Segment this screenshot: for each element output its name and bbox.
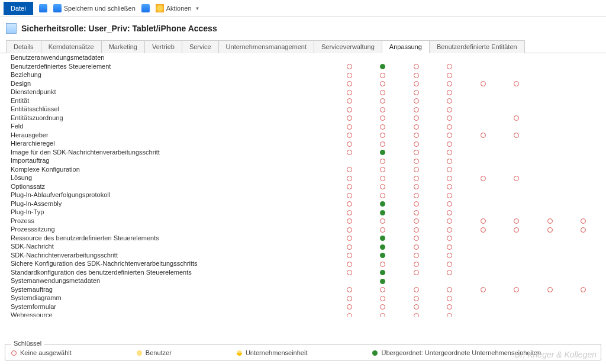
privilege-cell[interactable] xyxy=(366,199,399,208)
privilege-cell[interactable] xyxy=(566,294,600,302)
privilege-cell[interactable] xyxy=(366,148,399,157)
privilege-cell[interactable] xyxy=(399,217,433,226)
privilege-cell[interactable] xyxy=(566,225,600,234)
privilege-cell[interactable] xyxy=(499,148,533,157)
tab-custom[interactable]: Anpassung xyxy=(382,40,430,53)
privilege-cell[interactable] xyxy=(533,96,566,105)
privilege-cell[interactable] xyxy=(366,62,399,71)
privilege-cell[interactable] xyxy=(433,173,466,182)
privilege-cell[interactable] xyxy=(466,285,499,294)
privilege-cell[interactable] xyxy=(333,122,366,131)
privilege-cell[interactable] xyxy=(533,234,566,243)
privilege-cell[interactable] xyxy=(499,131,533,140)
privilege-cell[interactable] xyxy=(433,208,466,217)
privilege-cell[interactable] xyxy=(399,148,433,157)
privilege-cell[interactable] xyxy=(499,70,533,79)
privilege-cell[interactable] xyxy=(399,191,433,199)
privilege-cell[interactable] xyxy=(399,311,433,317)
privilege-cell[interactable] xyxy=(566,122,600,131)
privilege-cell[interactable] xyxy=(433,131,466,140)
privilege-cell[interactable] xyxy=(499,225,533,234)
privilege-cell[interactable] xyxy=(399,165,433,174)
privilege-cell[interactable] xyxy=(399,122,433,131)
privilege-cell[interactable] xyxy=(333,182,366,191)
privilege-cell[interactable] xyxy=(433,70,466,79)
tab-marketing[interactable]: Marketing xyxy=(101,40,145,53)
privilege-cell[interactable] xyxy=(333,285,366,294)
actions-dropdown[interactable]: Aktionen ▼ xyxy=(156,4,200,12)
privilege-cell[interactable] xyxy=(466,173,499,182)
privilege-cell[interactable] xyxy=(333,88,366,96)
privilege-cell[interactable] xyxy=(366,165,399,174)
privilege-cell[interactable] xyxy=(533,114,566,123)
privilege-cell[interactable] xyxy=(366,217,399,226)
privilege-cell[interactable] xyxy=(466,276,499,285)
privilege-cell[interactable] xyxy=(566,139,600,148)
privilege-cell[interactable] xyxy=(566,259,600,268)
privilege-cell[interactable] xyxy=(566,302,600,311)
privilege-cell[interactable] xyxy=(433,139,466,148)
privilege-cell[interactable] xyxy=(499,165,533,174)
privilege-cell[interactable] xyxy=(333,96,366,105)
privilege-cell[interactable] xyxy=(499,294,533,302)
privilege-cell[interactable] xyxy=(466,88,499,96)
privilege-cell[interactable] xyxy=(499,105,533,114)
privilege-cell[interactable] xyxy=(433,199,466,208)
privilege-cell[interactable] xyxy=(499,79,533,88)
privilege-cell[interactable] xyxy=(466,131,499,140)
privilege-cell[interactable] xyxy=(566,173,600,182)
privilege-cell[interactable] xyxy=(399,88,433,96)
privilege-cell[interactable] xyxy=(333,105,366,114)
privilege-cell[interactable] xyxy=(466,70,499,79)
privilege-cell[interactable] xyxy=(433,311,466,317)
privilege-cell[interactable] xyxy=(566,70,600,79)
privilege-cell[interactable] xyxy=(466,199,499,208)
privilege-cell[interactable] xyxy=(533,225,566,234)
privilege-cell[interactable] xyxy=(533,156,566,165)
privilege-cell[interactable] xyxy=(366,234,399,243)
tab-entities[interactable]: Benutzerdefinierte Entitäten xyxy=(429,40,525,53)
privilege-cell[interactable] xyxy=(366,156,399,165)
privilege-cell[interactable] xyxy=(366,79,399,88)
privilege-cell[interactable] xyxy=(433,114,466,123)
privilege-cell[interactable] xyxy=(466,79,499,88)
privilege-cell[interactable] xyxy=(533,105,566,114)
privilege-cell[interactable] xyxy=(333,311,366,317)
privilege-cell[interactable] xyxy=(466,182,499,191)
privilege-cell[interactable] xyxy=(566,242,600,251)
privilege-cell[interactable] xyxy=(333,148,366,157)
tab-service[interactable]: Service xyxy=(182,40,219,53)
privilege-cell[interactable] xyxy=(566,311,600,317)
privilege-cell[interactable] xyxy=(399,225,433,234)
privilege-cell[interactable] xyxy=(366,88,399,96)
privilege-cell[interactable] xyxy=(566,105,600,114)
save-button[interactable] xyxy=(39,4,47,12)
privilege-cell[interactable] xyxy=(499,311,533,317)
privilege-cell[interactable] xyxy=(433,268,466,277)
privilege-cell[interactable] xyxy=(533,131,566,140)
privilege-cell[interactable] xyxy=(433,251,466,260)
tab-core[interactable]: Kerndatensätze xyxy=(41,40,102,53)
privilege-cell[interactable] xyxy=(399,114,433,123)
privilege-cell[interactable] xyxy=(433,148,466,157)
privilege-cell[interactable] xyxy=(433,302,466,311)
privilege-cell[interactable] xyxy=(566,114,600,123)
privilege-cell[interactable] xyxy=(566,79,600,88)
privilege-cell[interactable] xyxy=(333,53,366,62)
save-alt-button[interactable] xyxy=(141,4,150,12)
privilege-cell[interactable] xyxy=(566,217,600,226)
privilege-cell[interactable] xyxy=(399,62,433,71)
privilege-cell[interactable] xyxy=(433,62,466,71)
privilege-cell[interactable] xyxy=(399,139,433,148)
privilege-cell[interactable] xyxy=(533,79,566,88)
privilege-cell[interactable] xyxy=(533,70,566,79)
privilege-cell[interactable] xyxy=(433,234,466,243)
privilege-cell[interactable] xyxy=(566,191,600,199)
privilege-cell[interactable] xyxy=(399,182,433,191)
privilege-cell[interactable] xyxy=(466,234,499,243)
privilege-cell[interactable] xyxy=(566,62,600,71)
privilege-cell[interactable] xyxy=(566,182,600,191)
privilege-cell[interactable] xyxy=(566,199,600,208)
privilege-cell[interactable] xyxy=(533,173,566,182)
privilege-cell[interactable] xyxy=(366,268,399,277)
